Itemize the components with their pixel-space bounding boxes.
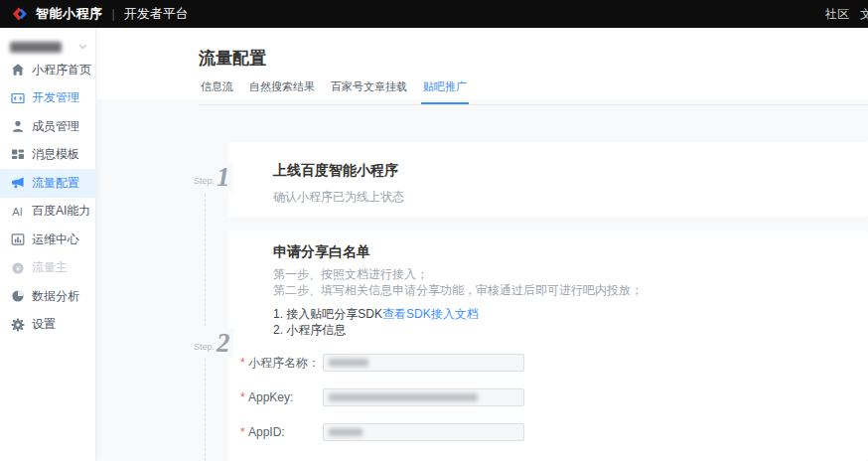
step2-list-item-1: 1. 接入贴吧分享SDK查看SDK接入文档	[273, 306, 479, 323]
appkey-field-label: AppKey:	[248, 390, 323, 404]
ai-icon: AI	[10, 204, 25, 219]
coin-icon: ¥	[10, 260, 25, 275]
tab-bar: 信息流 自然搜索结果 百家号文章挂载 贴吧推广	[199, 77, 868, 105]
sidebar-item-ai[interactable]: AI 百度AI能力	[0, 198, 96, 227]
step1-description: 确认小程序已为线上状态	[273, 189, 404, 206]
template-icon	[10, 147, 25, 162]
home-icon	[10, 63, 25, 77]
chevron-down-icon	[78, 44, 87, 50]
gear-icon	[10, 317, 25, 332]
brand-title: 智能小程序	[36, 5, 103, 23]
sidebar-item-label: 流量配置	[32, 175, 79, 192]
platform-title: 开发者平台	[124, 5, 189, 23]
sidebar-item-label: 消息模板	[32, 146, 79, 163]
tab-feed[interactable]: 信息流	[199, 77, 235, 104]
page-title: 流量配置	[199, 47, 266, 70]
step2-title: 申请分享白名单	[273, 243, 370, 261]
sidebar-item-label: 小程序首页	[32, 62, 91, 78]
redacted-value	[329, 428, 362, 436]
step2-card: 申请分享白名单 第一步、按照文档进行接入； 第二步、填写相关信息申请分享功能，审…	[228, 230, 868, 461]
page-header: 流量配置 信息流 自然搜索结果 百家号文章挂载 贴吧推广	[96, 28, 868, 99]
doc-link-partial[interactable]: 文	[860, 0, 868, 28]
app-name-redacted	[10, 42, 62, 53]
step-connector-line	[205, 189, 206, 461]
form-row-name: * 小程序名称：	[240, 354, 524, 372]
sidebar-item-dev[interactable]: 开发管理	[0, 84, 96, 113]
member-icon	[10, 119, 25, 134]
name-field-label: 小程序名称：	[248, 355, 323, 372]
topbar: 智能小程序 | 开发者平台 社区 文	[0, 0, 868, 28]
sidebar-item-ops[interactable]: 运维中心	[0, 226, 96, 254]
sidebar-item-label: 流量主	[32, 259, 68, 276]
step1-prefix: Step.	[194, 176, 215, 186]
redacted-value	[329, 393, 478, 401]
tab-natural-search[interactable]: 自然搜索结果	[247, 77, 317, 104]
sidebar-item-home[interactable]: 小程序首页	[0, 56, 96, 84]
sdk-doc-link[interactable]: 查看SDK接入文档	[382, 307, 479, 321]
sidebar-nav: 小程序首页 开发管理 成员管理 消息模板	[0, 56, 96, 339]
code-icon	[10, 90, 25, 105]
sdk-access-text: 1. 接入贴吧分享SDK	[273, 307, 382, 321]
brand-separator: |	[112, 7, 115, 21]
step2-instruction-1: 第一步、按照文档进行接入；	[273, 266, 428, 283]
sidebar-item-label: 设置	[32, 316, 56, 333]
mini-program-info-form: * 小程序名称： * AppKey: * AppID:	[240, 354, 524, 458]
main-content: 流量配置 信息流 自然搜索结果 百家号文章挂载 贴吧推广 Step. 1 上线百…	[96, 28, 868, 461]
sidebar-item-label: 成员管理	[32, 118, 79, 135]
sidebar-item-analytics[interactable]: 数据分析	[0, 282, 96, 311]
step2-prefix: Step.	[194, 342, 215, 352]
required-mark: *	[240, 390, 248, 404]
community-link[interactable]: 社区	[825, 0, 849, 28]
sidebar-item-label: 数据分析	[32, 288, 79, 305]
step1-label: Step. 1	[191, 162, 233, 192]
app-selector-dropdown[interactable]	[0, 36, 96, 58]
step2-label: Step. 2	[191, 328, 233, 358]
appid-field-label: AppID:	[248, 425, 323, 439]
step1-title: 上线百度智能小程序	[273, 162, 398, 180]
sidebar: 小程序首页 开发管理 成员管理 消息模板	[0, 28, 96, 461]
smart-program-logo-icon	[11, 5, 29, 23]
sidebar-item-templates[interactable]: 消息模板	[0, 141, 96, 170]
sidebar-item-label: 运维中心	[32, 231, 79, 248]
step1-card: 上线百度智能小程序 确认小程序已为线上状态	[228, 142, 868, 217]
ops-center-icon	[10, 232, 25, 247]
appid-input[interactable]	[323, 423, 524, 441]
tab-baijiahao-mount[interactable]: 百家号文章挂载	[329, 77, 409, 104]
sidebar-item-label: 百度AI能力	[32, 203, 90, 220]
mini-program-name-input[interactable]	[323, 354, 524, 372]
pie-chart-icon	[10, 289, 25, 304]
step2-list-item-2: 2. 小程序信息	[273, 322, 346, 339]
sidebar-item-members[interactable]: 成员管理	[0, 112, 96, 141]
redacted-value	[329, 359, 368, 367]
sidebar-item-monetization[interactable]: ¥ 流量主	[0, 254, 96, 283]
tab-tieba-promotion[interactable]: 贴吧推广	[421, 77, 469, 104]
sidebar-item-label: 开发管理	[32, 89, 79, 106]
sidebar-item-settings[interactable]: 设置	[0, 311, 96, 340]
appkey-input[interactable]	[323, 388, 524, 406]
step1-number: 1	[217, 164, 230, 190]
sidebar-item-traffic-config[interactable]: 流量配置	[0, 169, 96, 198]
step2-number: 2	[217, 330, 230, 356]
required-mark: *	[240, 425, 248, 439]
required-mark: *	[240, 356, 248, 370]
form-row-appid: * AppID:	[240, 423, 524, 441]
step2-instruction-2: 第二步、填写相关信息申请分享功能，审核通过后即可进行吧内投放；	[273, 282, 643, 299]
form-row-appkey: * AppKey:	[240, 388, 524, 406]
app-window: 智能小程序 | 开发者平台 社区 文 小程序首页 开发管理	[0, 0, 868, 461]
megaphone-icon	[10, 176, 25, 191]
